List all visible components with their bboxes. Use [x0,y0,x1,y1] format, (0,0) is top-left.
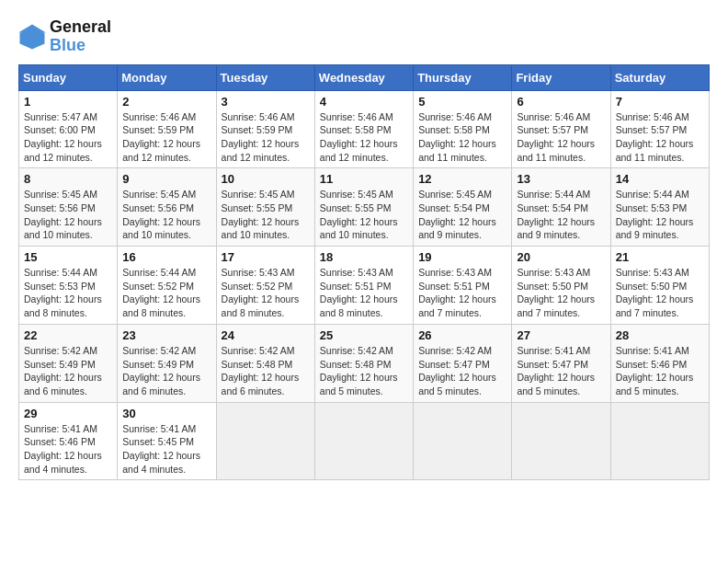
logo: General Blue [18,18,111,55]
calendar-cell [512,402,610,480]
day-info: Sunrise: 5:44 AM Sunset: 5:53 PM Dayligh… [616,188,704,242]
day-info: Sunrise: 5:44 AM Sunset: 5:52 PM Dayligh… [122,266,210,320]
day-number: 17 [222,250,310,264]
calendar-cell: 19 Sunrise: 5:43 AM Sunset: 5:51 PM Dayl… [414,247,512,325]
day-info: Sunrise: 5:42 AM Sunset: 5:48 PM Dayligh… [222,344,310,398]
day-number: 29 [24,407,112,420]
day-number: 30 [122,407,210,420]
day-info: Sunrise: 5:45 AM Sunset: 5:55 PM Dayligh… [320,188,408,242]
day-info: Sunrise: 5:43 AM Sunset: 5:51 PM Dayligh… [418,266,506,320]
column-header-friday: Friday [512,64,610,90]
day-number: 4 [320,95,408,109]
calendar-cell: 15 Sunrise: 5:44 AM Sunset: 5:53 PM Dayl… [19,247,118,325]
day-number: 10 [222,172,310,186]
day-info: Sunrise: 5:44 AM Sunset: 5:53 PM Dayligh… [24,266,112,320]
day-number: 9 [122,172,210,186]
day-number: 12 [418,172,506,186]
calendar-cell: 12 Sunrise: 5:45 AM Sunset: 5:54 PM Dayl… [414,168,512,247]
calendar-cell: 8 Sunrise: 5:45 AM Sunset: 5:56 PM Dayli… [19,168,118,247]
day-info: Sunrise: 5:42 AM Sunset: 5:49 PM Dayligh… [24,344,112,398]
calendar-cell: 24 Sunrise: 5:42 AM Sunset: 5:48 PM Dayl… [216,324,314,402]
day-number: 16 [122,250,210,264]
day-number: 1 [24,95,112,109]
column-header-saturday: Saturday [610,64,709,90]
day-info: Sunrise: 5:43 AM Sunset: 5:52 PM Dayligh… [222,266,310,320]
calendar-cell: 5 Sunrise: 5:46 AM Sunset: 5:58 PM Dayli… [414,90,512,168]
calendar-cell: 21 Sunrise: 5:43 AM Sunset: 5:50 PM Dayl… [610,247,709,325]
day-number: 13 [517,172,605,186]
calendar-cell: 23 Sunrise: 5:42 AM Sunset: 5:49 PM Dayl… [118,324,216,402]
column-header-monday: Monday [118,64,216,90]
calendar-week-5: 29 Sunrise: 5:41 AM Sunset: 5:46 PM Dayl… [19,402,710,480]
day-number: 5 [418,95,506,109]
day-info: Sunrise: 5:43 AM Sunset: 5:50 PM Dayligh… [616,266,704,320]
calendar-week-2: 8 Sunrise: 5:45 AM Sunset: 5:56 PM Dayli… [19,168,710,247]
day-info: Sunrise: 5:46 AM Sunset: 5:58 PM Dayligh… [418,110,506,165]
calendar-cell: 6 Sunrise: 5:46 AM Sunset: 5:57 PM Dayli… [512,90,610,168]
calendar-cell: 14 Sunrise: 5:44 AM Sunset: 5:53 PM Dayl… [610,168,709,247]
calendar-cell: 16 Sunrise: 5:44 AM Sunset: 5:52 PM Dayl… [118,247,216,325]
calendar-cell: 17 Sunrise: 5:43 AM Sunset: 5:52 PM Dayl… [216,247,314,325]
calendar-cell: 13 Sunrise: 5:44 AM Sunset: 5:54 PM Dayl… [512,168,610,247]
column-header-sunday: Sunday [19,64,118,90]
day-info: Sunrise: 5:45 AM Sunset: 5:56 PM Dayligh… [122,188,210,242]
day-number: 28 [616,328,704,342]
day-info: Sunrise: 5:42 AM Sunset: 5:49 PM Dayligh… [122,344,210,398]
calendar-cell: 18 Sunrise: 5:43 AM Sunset: 5:51 PM Dayl… [314,247,413,325]
day-info: Sunrise: 5:41 AM Sunset: 5:45 PM Dayligh… [122,422,210,477]
calendar-cell [610,402,709,480]
calendar-week-3: 15 Sunrise: 5:44 AM Sunset: 5:53 PM Dayl… [19,247,710,325]
day-info: Sunrise: 5:41 AM Sunset: 5:46 PM Dayligh… [616,344,704,398]
calendar-cell: 27 Sunrise: 5:41 AM Sunset: 5:47 PM Dayl… [512,324,610,402]
day-number: 27 [517,328,605,342]
calendar-cell: 20 Sunrise: 5:43 AM Sunset: 5:50 PM Dayl… [512,247,610,325]
column-header-wednesday: Wednesday [314,64,413,90]
column-header-thursday: Thursday [414,64,512,90]
day-info: Sunrise: 5:46 AM Sunset: 5:57 PM Dayligh… [616,110,704,165]
calendar-cell: 22 Sunrise: 5:42 AM Sunset: 5:49 PM Dayl… [19,324,118,402]
day-info: Sunrise: 5:46 AM Sunset: 5:57 PM Dayligh… [517,110,605,165]
calendar-cell [314,402,413,480]
day-number: 24 [222,328,310,342]
day-info: Sunrise: 5:45 AM Sunset: 5:55 PM Dayligh… [222,188,310,242]
day-info: Sunrise: 5:47 AM Sunset: 6:00 PM Dayligh… [24,110,112,165]
day-info: Sunrise: 5:43 AM Sunset: 5:50 PM Dayligh… [517,266,605,320]
calendar-cell: 29 Sunrise: 5:41 AM Sunset: 5:46 PM Dayl… [19,402,118,480]
calendar-cell: 3 Sunrise: 5:46 AM Sunset: 5:59 PM Dayli… [216,90,314,168]
calendar-cell [414,402,512,480]
day-info: Sunrise: 5:45 AM Sunset: 5:56 PM Dayligh… [24,188,112,242]
column-header-tuesday: Tuesday [216,64,314,90]
day-number: 15 [24,250,112,264]
day-number: 26 [418,328,506,342]
day-number: 19 [418,250,506,264]
calendar-cell: 9 Sunrise: 5:45 AM Sunset: 5:56 PM Dayli… [118,168,216,247]
day-info: Sunrise: 5:42 AM Sunset: 5:48 PM Dayligh… [320,344,408,398]
day-number: 18 [320,250,408,264]
day-info: Sunrise: 5:43 AM Sunset: 5:51 PM Dayligh… [320,266,408,320]
logo-icon [18,23,46,51]
day-info: Sunrise: 5:41 AM Sunset: 5:46 PM Dayligh… [24,422,112,477]
day-info: Sunrise: 5:46 AM Sunset: 5:58 PM Dayligh… [320,110,408,165]
day-number: 11 [320,172,408,186]
day-number: 3 [222,95,310,109]
day-number: 25 [320,328,408,342]
day-number: 22 [24,328,112,342]
calendar-cell: 26 Sunrise: 5:42 AM Sunset: 5:47 PM Dayl… [414,324,512,402]
day-number: 21 [616,250,704,264]
day-number: 6 [517,95,605,109]
calendar-cell: 25 Sunrise: 5:42 AM Sunset: 5:48 PM Dayl… [314,324,413,402]
calendar-cell: 11 Sunrise: 5:45 AM Sunset: 5:55 PM Dayl… [314,168,413,247]
calendar-cell [216,402,314,480]
calendar-cell: 30 Sunrise: 5:41 AM Sunset: 5:45 PM Dayl… [118,402,216,480]
day-info: Sunrise: 5:42 AM Sunset: 5:47 PM Dayligh… [418,344,506,398]
logo-text: General Blue [50,18,111,55]
calendar-cell: 1 Sunrise: 5:47 AM Sunset: 6:00 PM Dayli… [19,90,118,168]
day-number: 23 [122,328,210,342]
calendar-cell: 2 Sunrise: 5:46 AM Sunset: 5:59 PM Dayli… [118,90,216,168]
day-info: Sunrise: 5:44 AM Sunset: 5:54 PM Dayligh… [517,188,605,242]
calendar-week-1: 1 Sunrise: 5:47 AM Sunset: 6:00 PM Dayli… [19,90,710,168]
calendar-table: SundayMondayTuesdayWednesdayThursdayFrid… [18,64,710,481]
day-info: Sunrise: 5:41 AM Sunset: 5:47 PM Dayligh… [517,344,605,398]
day-number: 7 [616,95,704,109]
day-info: Sunrise: 5:45 AM Sunset: 5:54 PM Dayligh… [418,188,506,242]
